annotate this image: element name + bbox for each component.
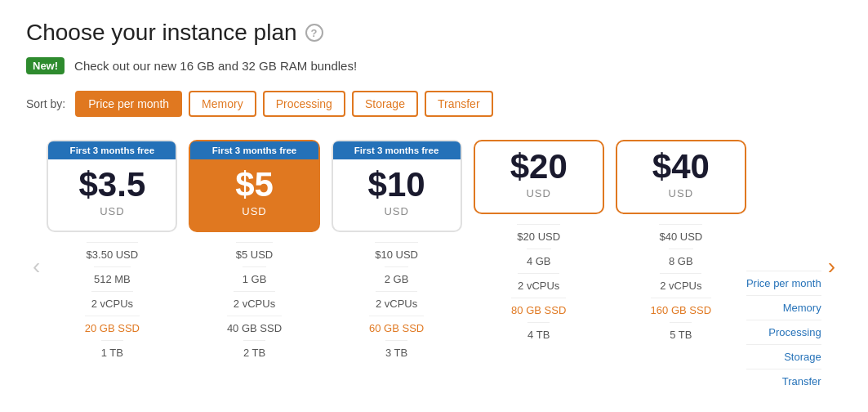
sort-btn-storage[interactable]: Storage	[352, 91, 418, 117]
plan-col-3: $20USD$20 USD4 GB2 vCPUs80 GB SSD4 TB	[474, 140, 604, 393]
plans-wrapper: First 3 months free$3.5USD$3.50 USD512 M…	[47, 140, 746, 393]
plan-stat-price_month-1: $5 USD	[236, 242, 274, 266]
plan-stat-transfer-2: 3 TB	[385, 340, 407, 365]
plan-stat-memory-0: 512 MB	[94, 266, 131, 291]
plans-section: ‹ First 3 months free$3.5USD$3.50 USD512…	[26, 140, 842, 393]
plan-price-3: $20	[510, 150, 568, 184]
plan-stat-transfer-4: 5 TB	[670, 322, 692, 347]
banner-text: Check out our new 16 GB and 32 GB RAM bu…	[74, 59, 357, 73]
help-icon[interactable]: ?	[305, 24, 323, 42]
plan-price-2: $10	[368, 168, 425, 202]
plan-stat-memory-4: 8 GB	[669, 249, 693, 273]
plan-stat-memory-3: 4 GB	[527, 249, 551, 273]
plan-currency-2: USD	[384, 205, 408, 217]
plan-stat-processing-2: 2 vCPUs	[376, 291, 417, 316]
sort-btn-processing[interactable]: Processing	[263, 91, 345, 117]
plan-price-4: $40	[652, 150, 710, 184]
prev-arrow[interactable]: ‹	[26, 253, 47, 280]
plan-stat-transfer-3: 4 TB	[527, 322, 550, 347]
plan-currency-3: USD	[526, 187, 550, 199]
promo-badge-2: First 3 months free	[333, 141, 461, 159]
plan-stat-transfer-0: 1 TB	[101, 340, 123, 365]
next-arrow[interactable]: ›	[821, 253, 842, 280]
promo-badge-1: First 3 months free	[190, 141, 318, 159]
plan-card-4[interactable]: $40USD	[616, 140, 746, 214]
sort-bar: Sort by: Price per monthMemoryProcessing…	[26, 91, 842, 117]
plan-col-0: First 3 months free$3.5USD$3.50 USD512 M…	[47, 140, 177, 393]
sort-btn-transfer[interactable]: Transfer	[425, 91, 493, 117]
title-text: Choose your instance plan	[26, 20, 297, 46]
plan-stat-storage-3: 80 GB SSD	[511, 298, 566, 322]
plan-currency-0: USD	[100, 205, 124, 217]
plan-stat-memory-2: 2 GB	[385, 266, 409, 291]
plan-col-1: First 3 months free$5USD$5 USD1 GB2 vCPU…	[189, 140, 319, 393]
new-banner: New! Check out our new 16 GB and 32 GB R…	[26, 57, 842, 74]
plan-col-2: First 3 months free$10USD$10 USD2 GB2 vC…	[332, 140, 462, 393]
plan-stat-processing-1: 2 vCPUs	[234, 291, 275, 316]
plan-stat-memory-1: 1 GB	[243, 266, 267, 291]
row-label-memory: Memory	[746, 295, 821, 320]
sort-btn-memory[interactable]: Memory	[189, 91, 256, 117]
plan-col-4: $40USD$40 USD8 GB2 vCPUs160 GB SSD5 TB	[616, 140, 746, 393]
plan-price-1: $5	[235, 168, 274, 202]
plan-stat-storage-4: 160 GB SSD	[651, 298, 711, 322]
plan-stat-processing-4: 2 vCPUs	[660, 273, 701, 298]
plan-card-1[interactable]: First 3 months free$5USD	[189, 140, 319, 232]
row-label-storage: Storage	[746, 344, 821, 369]
plan-card-3[interactable]: $20USD	[474, 140, 604, 214]
plan-card-2[interactable]: First 3 months free$10USD	[332, 140, 462, 232]
row-label-transfer: Transfer	[746, 369, 821, 393]
plan-stat-storage-2: 60 GB SSD	[369, 316, 424, 340]
new-badge: New!	[26, 57, 65, 74]
plan-stat-storage-1: 40 GB SSD	[227, 316, 282, 340]
plan-stat-storage-0: 20 GB SSD	[85, 316, 140, 340]
plan-stat-price_month-3: $20 USD	[517, 224, 560, 249]
plan-card-0[interactable]: First 3 months free$3.5USD	[47, 140, 177, 232]
promo-badge-0: First 3 months free	[48, 141, 176, 159]
plan-stat-transfer-1: 2 TB	[243, 340, 265, 365]
plan-stat-price_month-4: $40 USD	[659, 224, 702, 249]
plan-price-0: $3.5	[79, 168, 146, 202]
plan-stat-processing-3: 2 vCPUs	[518, 273, 559, 298]
plan-stat-price_month-2: $10 USD	[375, 242, 418, 266]
plan-currency-1: USD	[242, 205, 266, 217]
plan-stat-processing-0: 2 vCPUs	[91, 291, 133, 316]
row-label-price-per-month: Price per month	[746, 271, 821, 295]
sort-btn-price[interactable]: Price per month	[75, 91, 182, 117]
plan-stat-price_month-0: $3.50 USD	[87, 242, 139, 266]
sort-label: Sort by:	[26, 97, 65, 110]
row-label-processing: Processing	[746, 320, 821, 344]
page-title: Choose your instance plan ?	[26, 20, 842, 46]
row-labels: Price per monthMemoryProcessingStorageTr…	[746, 140, 821, 393]
plan-currency-4: USD	[669, 187, 693, 199]
